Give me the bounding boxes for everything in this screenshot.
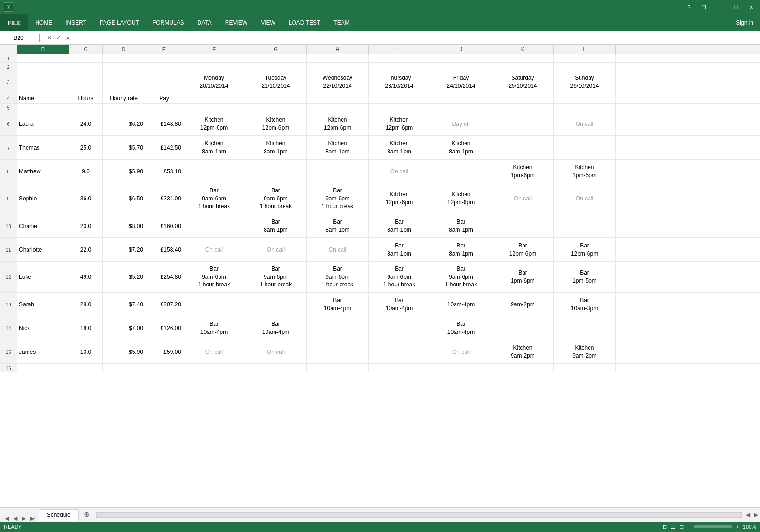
cell-e10[interactable]: £160.00	[145, 214, 183, 238]
add-sheet-button[interactable]: ⊕	[79, 508, 95, 521]
cell-i12[interactable]: Bar9am-6pm1 hour break	[369, 262, 430, 292]
cell-g16[interactable]	[245, 364, 307, 372]
cell-f6[interactable]: Kitchen12pm-6pm	[183, 112, 245, 135]
cell-f12[interactable]: Bar9am-6pm1 hour break	[183, 262, 245, 292]
cell-g3[interactable]: Tuesday21/10/2014	[245, 71, 307, 93]
cell-h9[interactable]: Bar9am-6pm1 hour break	[307, 183, 369, 214]
cell-d6[interactable]: $6.20	[103, 112, 145, 135]
restore-button[interactable]: ❐	[699, 3, 709, 11]
cell-j6[interactable]: Day off	[430, 112, 492, 135]
scroll-right-button[interactable]: ▶	[752, 512, 760, 518]
cell-f11[interactable]: On call	[183, 238, 245, 261]
confirm-icon[interactable]: ✓	[56, 34, 61, 41]
cell-g12[interactable]: Bar9am-6pm1 hour break	[245, 262, 307, 292]
col-header-c[interactable]: C	[69, 45, 103, 54]
cell-d10[interactable]: $8.00	[103, 214, 145, 238]
cell-g11[interactable]: On call	[245, 238, 307, 261]
cell-k8[interactable]: Kitchen1pm-6pm	[492, 160, 554, 183]
cell-c8[interactable]: 9.0	[69, 160, 103, 183]
cell-f13[interactable]	[183, 293, 245, 316]
cell-f4[interactable]	[183, 93, 245, 103]
cell-f3[interactable]: Monday20/10/2014	[183, 71, 245, 93]
cell-d14[interactable]: $7.00	[103, 316, 145, 340]
cell-c1[interactable]	[69, 54, 103, 62]
zoom-out-button[interactable]: −	[687, 524, 690, 530]
cell-i14[interactable]	[369, 316, 430, 340]
cell-i16[interactable]	[369, 364, 430, 372]
cell-j7[interactable]: Kitchen8am-1pm	[430, 136, 492, 159]
cell-j1[interactable]	[430, 54, 492, 62]
help-button[interactable]: ?	[684, 3, 693, 11]
cell-i15[interactable]	[369, 340, 430, 363]
cell-f10[interactable]	[183, 214, 245, 238]
cell-i3[interactable]: Thursday23/10/2014	[369, 71, 430, 93]
cell-j14[interactable]: Bar10am-4pm	[430, 316, 492, 340]
cell-c13[interactable]: 28.0	[69, 293, 103, 316]
minimize-button[interactable]: —	[715, 3, 726, 11]
cell-i9[interactable]: Kitchen12pm-6pm	[369, 183, 430, 214]
cell-e5[interactable]	[145, 104, 183, 112]
cell-i11[interactable]: Bar8am-1pm	[369, 238, 430, 261]
cell-j16[interactable]	[430, 364, 492, 372]
cell-e16[interactable]	[145, 364, 183, 372]
cell-d2[interactable]	[103, 63, 145, 71]
cell-i7[interactable]: Kitchen8am-1pm	[369, 136, 430, 159]
cell-e3[interactable]	[145, 71, 183, 93]
cell-g8[interactable]	[245, 160, 307, 183]
cell-b9[interactable]: Sophie	[17, 183, 69, 214]
cell-b4[interactable]: Name	[17, 93, 69, 103]
cell-k2[interactable]	[492, 63, 554, 71]
col-header-l[interactable]: L	[554, 45, 616, 54]
cell-l2[interactable]	[554, 63, 616, 71]
cell-f14[interactable]: Bar10am-4pm	[183, 316, 245, 340]
cell-l4[interactable]	[554, 93, 616, 103]
cell-f15[interactable]: On call	[183, 340, 245, 363]
cell-i6[interactable]: Kitchen12pm-6pm	[369, 112, 430, 135]
cell-d3[interactable]	[103, 71, 145, 93]
cell-g10[interactable]: Bar8am-1pm	[245, 214, 307, 238]
tab-page-layout[interactable]: PAGE LAYOUT	[93, 14, 146, 31]
cell-h16[interactable]	[307, 364, 369, 372]
cell-h6[interactable]: Kitchen12pm-6pm	[307, 112, 369, 135]
cell-d13[interactable]: $7.40	[103, 293, 145, 316]
cell-c4[interactable]: Hours	[69, 93, 103, 103]
cell-l11[interactable]: Bar12pm-6pm	[554, 238, 616, 261]
cell-b13[interactable]: Sarah	[17, 293, 69, 316]
col-header-h[interactable]: H	[307, 45, 369, 54]
cell-l6[interactable]: On call	[554, 112, 616, 135]
horizontal-scrollbar[interactable]	[96, 512, 742, 518]
sheet-nav-prev[interactable]: ◀	[12, 515, 19, 522]
col-header-i[interactable]: I	[369, 45, 430, 54]
cell-k10[interactable]	[492, 214, 554, 238]
sheet-nav-next[interactable]: ▶	[20, 515, 27, 522]
cell-b2[interactable]	[17, 63, 69, 71]
sheet-tab-schedule[interactable]: Schedule	[39, 509, 79, 521]
col-header-j[interactable]: J	[430, 45, 492, 54]
cell-g13[interactable]	[245, 293, 307, 316]
cell-f8[interactable]	[183, 160, 245, 183]
col-header-e[interactable]: E	[145, 45, 183, 54]
tab-view[interactable]: VIEW	[254, 14, 282, 31]
cell-e14[interactable]: £126.00	[145, 316, 183, 340]
cell-l15[interactable]: Kitchen9am-2pm	[554, 340, 616, 363]
cell-j13[interactable]: 10am-4pm	[430, 293, 492, 316]
cell-g7[interactable]: Kitchen8am-1pm	[245, 136, 307, 159]
scroll-left-button[interactable]: ◀	[744, 512, 752, 518]
cell-e11[interactable]: £158.40	[145, 238, 183, 261]
cell-c3[interactable]	[69, 71, 103, 93]
cell-k3[interactable]: Saturday25/10/2014	[492, 71, 554, 93]
cell-f9[interactable]: Bar9am-6pm1 hour break	[183, 183, 245, 214]
tab-home[interactable]: HOME	[28, 14, 59, 31]
cell-h15[interactable]	[307, 340, 369, 363]
cell-h7[interactable]: Kitchen8am-1pm	[307, 136, 369, 159]
zoom-in-button[interactable]: +	[736, 524, 739, 530]
cell-j3[interactable]: Friday24/10/2014	[430, 71, 492, 93]
cell-g6[interactable]: Kitchen12pm-6pm	[245, 112, 307, 135]
cell-k13[interactable]: 9am-2pm	[492, 293, 554, 316]
cell-e9[interactable]: £234.00	[145, 183, 183, 214]
cell-g14[interactable]: Bar10am-4pm	[245, 316, 307, 340]
col-header-k[interactable]: K	[492, 45, 554, 54]
cell-f1[interactable]	[183, 54, 245, 62]
cell-c15[interactable]: 10.0	[69, 340, 103, 363]
page-layout-icon[interactable]: ⊞	[663, 524, 667, 530]
